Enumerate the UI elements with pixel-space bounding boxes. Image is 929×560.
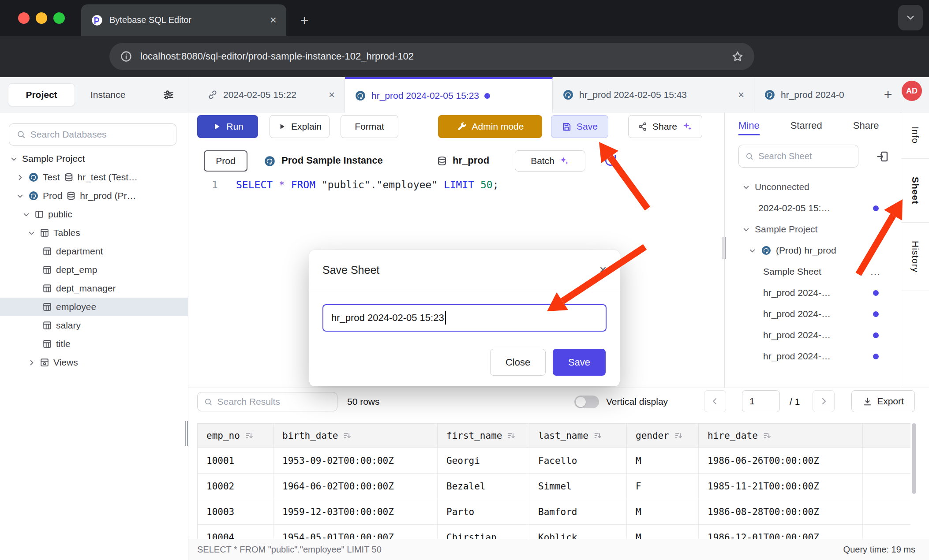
collapse-panel-icon[interactable] (876, 150, 889, 163)
explain-button[interactable]: Explain (270, 115, 330, 138)
column-header-emp-no[interactable]: emp_no (198, 424, 273, 448)
tree-item-table-title[interactable]: title (0, 335, 188, 353)
tree-item-table-dept-manager[interactable]: dept_manager (0, 279, 188, 298)
browser-tab-close-icon[interactable]: × (270, 13, 277, 27)
sort-icon[interactable] (244, 431, 254, 441)
editor-tab[interactable]: hr_prod 2024-02-05 15:43 × (553, 77, 754, 112)
run-button[interactable]: Run (197, 115, 258, 138)
tree-item-prod-env[interactable]: Prod hr_prod (Pr… (0, 187, 188, 205)
share-button[interactable]: Share (628, 115, 702, 138)
tree-item-table-dept-emp[interactable]: dept_emp (0, 261, 188, 279)
page-number-input[interactable] (742, 390, 780, 412)
tab-project[interactable]: Project (8, 83, 75, 106)
database-search[interactable] (9, 123, 176, 146)
side-tab-info[interactable]: Info (901, 112, 929, 159)
sql-code-line: SELECT * FROM "public"."employee" LIMIT … (236, 179, 499, 190)
sheet-group-sample-project[interactable]: Sample Project (727, 219, 901, 240)
sort-icon[interactable] (506, 431, 516, 441)
database-search-input[interactable] (30, 129, 169, 140)
tab-mine[interactable]: Mine (738, 116, 760, 135)
sort-icon[interactable] (593, 431, 603, 441)
bookmark-star-icon[interactable] (731, 50, 744, 63)
sync-icon[interactable] (603, 153, 618, 168)
save-button[interactable]: Save (551, 115, 608, 138)
tab-share[interactable]: Share (853, 116, 879, 135)
instance-name[interactable]: Prod Sample Instance (281, 155, 383, 166)
site-info-icon[interactable] (120, 50, 132, 63)
editor-tab-unconnected[interactable]: 2024-02-05 15:22 × (198, 77, 345, 112)
tree-item-table-salary[interactable]: salary (0, 316, 188, 335)
column-header-hire-date[interactable]: hire_date (699, 424, 863, 448)
sidebar-resize-handle[interactable] (185, 421, 188, 446)
filter-sliders-icon[interactable] (162, 89, 175, 101)
tree-item-test-env[interactable]: Test hr_test (Test… (0, 168, 188, 187)
table-row[interactable]: 100021964-06-02T00:00:00ZBezalelSimmelF1… (198, 474, 910, 499)
dialog-save-button[interactable]: Save (553, 349, 606, 376)
address-bar[interactable]: localhost:8080/sql-editor/prod-sample-in… (109, 43, 754, 70)
browser-tab[interactable]: Bytebase SQL Editor × (81, 4, 286, 36)
traffic-close-button[interactable] (18, 12, 30, 24)
results-search[interactable] (197, 392, 337, 411)
tab-starred[interactable]: Starred (790, 116, 822, 135)
environment-badge[interactable]: Prod (204, 150, 247, 172)
tree-item-table-department[interactable]: department (0, 242, 188, 261)
traffic-minimize-button[interactable] (36, 12, 47, 24)
panel-resize-handle[interactable] (723, 237, 727, 259)
sheet-item[interactable]: hr_prod 2024-… (727, 346, 901, 367)
sheet-item-sample-sheet[interactable]: Sample Sheet … (727, 261, 901, 282)
export-button[interactable]: Export (851, 390, 915, 412)
sheet-search-input[interactable] (758, 151, 852, 161)
admin-mode-button[interactable]: Admin mode (438, 115, 542, 138)
sort-icon[interactable] (762, 431, 772, 441)
unsaved-dot (873, 332, 879, 338)
tree-item-sample-project[interactable]: Sample Project (0, 149, 188, 168)
prev-page-button[interactable] (704, 390, 726, 412)
close-tab-icon[interactable]: × (329, 89, 335, 101)
tab-search-button[interactable] (898, 5, 923, 30)
new-tab-button[interactable]: + (295, 11, 314, 30)
sheet-search[interactable] (738, 145, 858, 168)
column-header-birth-date[interactable]: birth_date (273, 424, 438, 448)
results-search-input[interactable] (217, 396, 331, 407)
database-icon (66, 191, 76, 201)
sheet-menu-icon[interactable]: … (870, 265, 881, 278)
new-sheet-tab-button[interactable]: + (878, 84, 898, 105)
editor-tab-active[interactable]: hr_prod 2024-02-05 15:23 (345, 77, 553, 112)
sheet-group-prod-hr-prod[interactable]: (Prod) hr_prod (727, 240, 901, 261)
sheet-item[interactable]: hr_prod 2024-… (727, 303, 901, 325)
sheet-group-unconnected[interactable]: Unconnected (727, 176, 901, 198)
side-tab-sheet[interactable]: Sheet (901, 159, 929, 223)
table-row[interactable]: 100031959-12-03T00:00:00ZPartoBamfordM19… (198, 499, 910, 525)
table-row[interactable]: 100011953-09-02T00:00:00ZGeorgiFacelloM1… (198, 448, 910, 474)
wrench-icon (457, 121, 467, 132)
sheet-item[interactable]: hr_prod 2024-… (727, 282, 901, 303)
table-scrollbar[interactable] (912, 423, 916, 539)
tree-item-views-group[interactable]: Views (0, 353, 188, 372)
sheet-item[interactable]: hr_prod 2024-… (727, 325, 901, 346)
database-name[interactable]: hr_prod (453, 155, 489, 166)
column-header-last-name[interactable]: last_name (529, 424, 627, 448)
tree-item-table-employee[interactable]: employee (0, 298, 188, 316)
dialog-close-button[interactable]: Close (490, 349, 546, 376)
close-tab-icon[interactable]: × (738, 89, 744, 101)
column-header-gender[interactable]: gender (627, 424, 699, 448)
dialog-close-icon[interactable]: × (599, 263, 607, 277)
column-header-first-name[interactable]: first_name (438, 424, 529, 448)
avatar[interactable]: AD (902, 81, 922, 101)
chevron-down-icon (742, 225, 750, 234)
table-row[interactable]: 100041954-05-01T00:00:00ZChirstianKoblic… (198, 525, 910, 539)
vertical-display-toggle[interactable] (574, 396, 599, 408)
batch-button[interactable]: Batch (515, 150, 585, 172)
sheet-item[interactable]: 2024-02-05 15:… (727, 198, 901, 219)
side-tab-history[interactable]: History (901, 223, 929, 291)
sort-icon[interactable] (674, 431, 683, 441)
sheet-name-input[interactable]: hr_prod 2024-02-05 15:23 (322, 304, 607, 332)
tree-item-tables-group[interactable]: Tables (0, 224, 188, 242)
next-page-button[interactable] (813, 390, 835, 412)
tab-instance[interactable]: Instance (90, 77, 125, 112)
tree-item-schema-public[interactable]: public (0, 205, 188, 224)
sort-icon[interactable] (342, 431, 352, 441)
format-button[interactable]: Format (341, 115, 398, 138)
traffic-zoom-button[interactable] (53, 12, 65, 24)
editor-tab[interactable]: hr_prod 2024-0 (754, 77, 875, 112)
